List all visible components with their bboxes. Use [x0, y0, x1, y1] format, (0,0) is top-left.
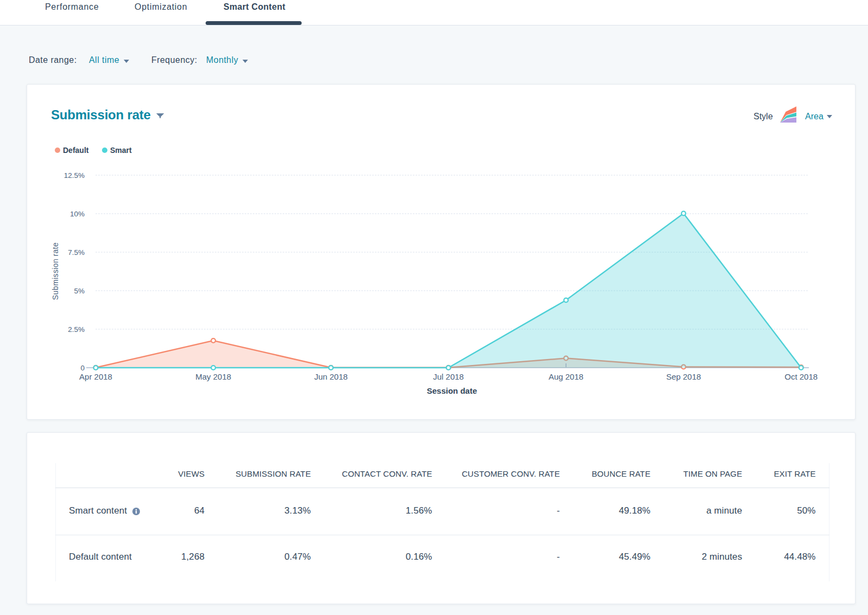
svg-text:Jun 2018: Jun 2018: [314, 372, 348, 381]
svg-text:5%: 5%: [74, 287, 85, 295]
svg-text:May 2018: May 2018: [195, 372, 231, 381]
svg-text:12.5%: 12.5%: [64, 171, 85, 180]
svg-text:Session date: Session date: [427, 386, 477, 395]
svg-text:0: 0: [80, 364, 85, 372]
svg-text:Jul 2018: Jul 2018: [433, 372, 464, 381]
svg-text:Sep 2018: Sep 2018: [666, 372, 701, 381]
svg-text:7.5%: 7.5%: [68, 248, 85, 257]
svg-text:Apr 2018: Apr 2018: [79, 372, 112, 381]
svg-text:10%: 10%: [70, 210, 85, 218]
svg-text:Oct 2018: Oct 2018: [784, 372, 818, 381]
svg-text:Submission rate: Submission rate: [51, 242, 60, 300]
svg-text:2.5%: 2.5%: [68, 325, 85, 334]
svg-text:Aug 2018: Aug 2018: [548, 372, 583, 381]
